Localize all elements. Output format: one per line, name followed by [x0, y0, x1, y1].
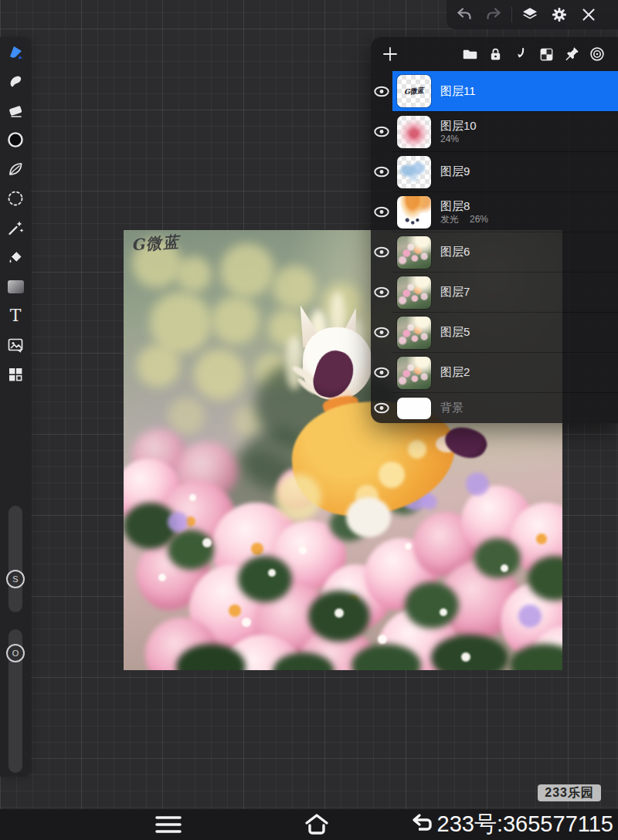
folder-icon [462, 46, 478, 63]
close-button[interactable] [574, 2, 603, 28]
tool-text[interactable]: T [0, 301, 31, 330]
alpha-checker-icon [538, 46, 555, 63]
layer-labels: 图层8发光26% [440, 200, 488, 225]
undo-button[interactable] [450, 2, 479, 28]
lasso-icon [6, 189, 25, 208]
layer-row-body: 图层1024% [392, 111, 618, 151]
merge-down-icon [513, 46, 529, 63]
tool-fill[interactable] [0, 242, 31, 272]
tool-lasso[interactable] [0, 184, 31, 213]
pin-icon [563, 46, 580, 63]
folder-button[interactable] [458, 42, 481, 66]
tool-brush[interactable] [0, 37, 31, 66]
layer-visibility-toggle[interactable] [373, 126, 390, 137]
layer-row-body: 图层8发光26% [392, 191, 618, 232]
layer-visibility-toggle[interactable] [373, 327, 390, 338]
layer-visibility-toggle[interactable] [373, 402, 390, 414]
layer-eye-column [371, 71, 392, 111]
layer-visibility-toggle[interactable] [373, 367, 390, 378]
brush-size-knob-label: S [12, 574, 18, 584]
layer-labels: 图层7 [440, 286, 470, 299]
layer-labels: 图层11 [440, 85, 476, 98]
layer-name: 图层10 [440, 120, 477, 133]
layer-thumbnail[interactable] [397, 236, 431, 269]
tool-eraser[interactable] [0, 96, 31, 125]
layer-visibility-toggle[interactable] [373, 166, 390, 178]
add-layer-button[interactable] [379, 42, 402, 66]
lock-icon [487, 46, 504, 63]
nav-home-button[interactable] [303, 813, 331, 836]
layer-thumbnail[interactable]: G微蓝 [397, 75, 431, 107]
layer-row[interactable]: 背景 [371, 392, 618, 423]
tool-magic-wand[interactable] [0, 213, 31, 242]
eye-icon [373, 246, 390, 258]
layer-row[interactable]: G微蓝图层11 [371, 71, 618, 111]
layer-visibility-toggle[interactable] [373, 206, 390, 218]
layer-visibility-toggle[interactable] [373, 246, 390, 258]
tool-color[interactable] [0, 125, 31, 154]
layer-opacity: 26% [470, 215, 488, 224]
layer-thumbnail[interactable] [397, 357, 431, 389]
layer-labels: 图层2 [440, 366, 470, 379]
layer-eye-column [371, 111, 392, 151]
layer-thumbnail[interactable] [397, 317, 431, 349]
layer-row[interactable]: 图层1024% [371, 111, 618, 151]
layer-row[interactable]: 图层6 [371, 232, 618, 272]
tool-image[interactable] [0, 330, 31, 360]
pin-button[interactable] [560, 42, 583, 66]
eye-icon [373, 367, 390, 378]
layer-visibility-toggle[interactable] [373, 86, 390, 97]
tool-shapes[interactable] [0, 360, 31, 389]
redo-button[interactable] [479, 2, 508, 28]
opacity-knob[interactable]: O [6, 644, 25, 662]
artist-signature: G微蓝 [131, 232, 181, 256]
layers-icon [521, 5, 539, 24]
layer-name: 图层9 [440, 165, 470, 178]
layer-thumbnail[interactable] [397, 156, 431, 188]
layer-name: 背景 [440, 401, 464, 415]
merge-down-button[interactable] [509, 42, 532, 66]
layer-thumbnail[interactable] [397, 116, 431, 148]
nav-back-icon[interactable] [408, 812, 436, 837]
nav-menu-button[interactable] [154, 815, 182, 834]
layer-labels: 图层5 [440, 326, 470, 339]
eye-icon [373, 286, 390, 298]
brush-size-knob[interactable]: S [6, 570, 25, 588]
layer-row-body: 背景 [392, 392, 618, 423]
layer-row[interactable]: 图层2 [371, 352, 618, 392]
layer-visibility-toggle[interactable] [373, 286, 390, 298]
layer-row[interactable]: 图层5 [371, 312, 618, 352]
layer-thumbnail[interactable] [397, 196, 431, 229]
layer-labels: 图层9 [440, 165, 470, 178]
redo-icon [484, 5, 503, 24]
layer-thumbnail[interactable] [397, 276, 431, 309]
layer-row-body: G微蓝图层11 [392, 71, 618, 111]
alpha-checker-button[interactable] [535, 42, 558, 66]
thumbnail-art [397, 116, 431, 148]
layer-thumbnail[interactable] [397, 398, 431, 419]
target-button[interactable] [586, 42, 609, 66]
tool-sidebar: T S O [0, 37, 31, 777]
layer-eye-column [371, 352, 392, 392]
thumbnail-art [397, 156, 431, 188]
nav-user-id: 233号:365577115 [437, 809, 613, 840]
tool-leaf[interactable] [0, 154, 31, 184]
eraser-icon [6, 101, 25, 120]
layer-row[interactable]: 图层9 [371, 151, 618, 191]
lock-button[interactable] [484, 42, 507, 66]
layers-button[interactable] [515, 2, 545, 28]
layer-labels: 图层6 [440, 246, 470, 259]
image-icon [6, 336, 25, 354]
layer-row[interactable]: 图层7 [371, 272, 618, 312]
tool-smudge[interactable] [0, 66, 31, 96]
smudge-icon [6, 72, 25, 90]
tool-gradient[interactable] [0, 272, 31, 301]
layer-labels: 图层1024% [440, 120, 477, 144]
layer-labels: 背景 [440, 401, 464, 415]
eye-icon [373, 126, 390, 137]
brush-size-slider[interactable] [8, 506, 22, 612]
layer-list: G微蓝图层11图层1024%图层9图层8发光26%图层6图层7图层5图层2背景 [371, 71, 618, 423]
layer-name: 图层2 [440, 366, 470, 379]
layer-row[interactable]: 图层8发光26% [371, 191, 618, 232]
settings-button[interactable] [545, 2, 574, 28]
